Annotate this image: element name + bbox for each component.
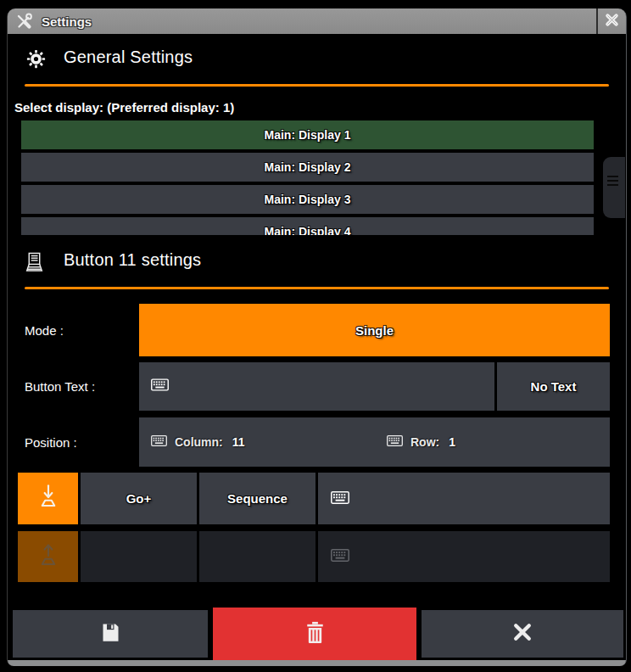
press-down-icon <box>36 483 61 514</box>
keyboard-icon <box>151 378 169 395</box>
select-display-label: Select display: (Preferred display: 1) <box>14 100 234 115</box>
delete-button[interactable] <box>213 608 416 660</box>
mode-button[interactable]: Single <box>139 304 610 356</box>
release-slot-2[interactable] <box>199 531 316 582</box>
general-settings-title: General Settings <box>64 48 193 67</box>
settings-dialog: Settings <box>7 8 627 666</box>
column-value: 11 <box>232 435 245 449</box>
keyboard-icon <box>151 435 167 449</box>
button-text-label: Button Text : <box>25 362 135 411</box>
divider <box>25 287 609 289</box>
keyboard-icon <box>331 491 349 507</box>
position-field[interactable]: Column: 11 Row: <box>139 417 610 467</box>
button-text-field[interactable] <box>139 362 494 411</box>
display-list: Main: Display 1 Main: Display 2 Main: Di… <box>21 120 594 235</box>
grip-lines-icon <box>607 176 618 188</box>
tools-icon <box>14 11 34 31</box>
button-settings-title: Button 11 settings <box>64 250 201 270</box>
divider <box>25 84 609 87</box>
mode-label: Mode : <box>25 304 135 356</box>
position-column-control[interactable]: Column: 11 <box>151 435 245 449</box>
close-icon <box>605 13 619 31</box>
close-button[interactable] <box>422 610 623 658</box>
keyboard-icon <box>387 435 403 449</box>
release-slot-1[interactable] <box>81 531 197 582</box>
trash-icon <box>305 621 325 647</box>
display-option-1[interactable]: Main: Display 1 <box>21 120 594 149</box>
go-plus-button[interactable]: Go+ <box>81 473 197 524</box>
sequence-label: Sequence <box>227 491 288 506</box>
keyboard-icon <box>331 549 349 564</box>
window-title: Settings <box>42 14 92 29</box>
save-button[interactable] <box>13 610 208 658</box>
display-option-3[interactable]: Main: Display 3 <box>21 185 594 214</box>
press-action-button[interactable] <box>18 473 78 524</box>
keypad-page-icon <box>25 251 44 277</box>
button-text-input[interactable] <box>177 378 469 395</box>
release-action-button[interactable] <box>18 531 78 582</box>
titlebar-close-button[interactable] <box>596 8 626 34</box>
window-bottom-border <box>8 660 626 666</box>
display-option-2[interactable]: Main: Display 2 <box>21 153 594 182</box>
display-option-4[interactable]: Main: Display 4 <box>21 217 594 235</box>
x-icon <box>512 622 533 646</box>
row-label: Row: <box>410 435 439 449</box>
mode-value: Single <box>355 323 394 338</box>
sequence-button[interactable]: Sequence <box>199 473 316 524</box>
settings-window: { "window": { "title": "Settings" }, "ge… <box>0 0 631 672</box>
row-value: 1 <box>449 435 455 449</box>
press-keys-field[interactable] <box>318 473 610 524</box>
gear-icon <box>25 48 47 73</box>
position-label: Position : <box>25 417 135 467</box>
no-text-label: No Text <box>531 379 577 394</box>
go-plus-label: Go+ <box>126 491 152 506</box>
release-keys-field[interactable] <box>318 531 610 582</box>
scroll-handle[interactable] <box>603 157 625 218</box>
release-up-icon <box>36 541 61 573</box>
position-row-control[interactable]: Row: 1 <box>387 435 455 449</box>
column-label: Column: <box>175 435 223 449</box>
no-text-button[interactable]: No Text <box>497 362 610 411</box>
titlebar[interactable]: Settings <box>8 8 626 34</box>
save-floppy-icon <box>99 621 122 647</box>
